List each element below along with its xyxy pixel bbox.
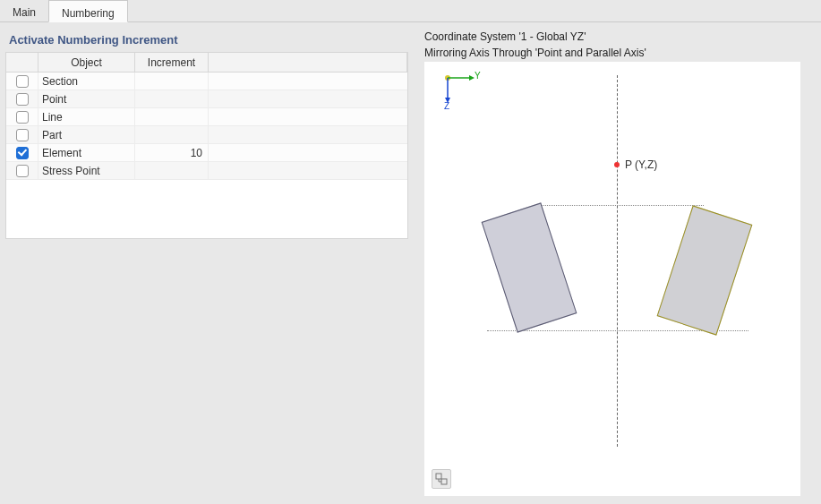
- svg-rect-6: [441, 479, 447, 484]
- header-increment: Increment: [135, 53, 209, 72]
- row-object-label: Line: [38, 108, 135, 125]
- tab-numbering[interactable]: Numbering: [48, 0, 128, 22]
- row-spacer: [209, 73, 407, 90]
- tab-bar: Main Numbering: [0, 0, 821, 22]
- row-increment-value[interactable]: [135, 108, 209, 125]
- table-row: Part: [6, 126, 407, 144]
- row-object-label: Element: [38, 144, 135, 161]
- row-spacer: [209, 162, 407, 179]
- view-settings-icon[interactable]: [432, 469, 451, 489]
- row-increment-value[interactable]: [135, 90, 209, 107]
- numbering-panel: Activate Numbering Increment Object Incr…: [0, 22, 415, 504]
- row-spacer: [209, 126, 407, 143]
- header-checkbox-col: [6, 53, 38, 72]
- row-checkbox[interactable]: [16, 147, 29, 159]
- row-object-label: Stress Point: [38, 162, 135, 179]
- header-spacer: [209, 53, 407, 72]
- row-object-label: Section: [38, 73, 135, 90]
- row-increment-value[interactable]: 10: [135, 144, 209, 161]
- mirror-point: P (Y,Z): [614, 158, 657, 171]
- row-spacer: [209, 144, 407, 161]
- panel-title: Activate Numbering Increment: [5, 26, 410, 52]
- row-checkbox[interactable]: [16, 129, 29, 141]
- row-spacer: [209, 90, 407, 107]
- row-object-label: Part: [38, 126, 135, 143]
- mirror-axis-line: [617, 75, 618, 447]
- origin-axes-icon: Y Z: [442, 71, 478, 107]
- row-checkbox[interactable]: [16, 93, 29, 106]
- original-shape: [482, 203, 577, 333]
- table-header: Object Increment: [6, 53, 407, 73]
- preview-panel: Coordinate System '1 - Global YZ' Mirror…: [415, 22, 821, 504]
- table-row: Section: [6, 73, 407, 90]
- table-row: Stress Point: [6, 162, 407, 180]
- mirror-axis-label: Mirroring Axis Through 'Point and Parall…: [424, 46, 812, 60]
- row-spacer: [209, 108, 407, 125]
- row-checkbox[interactable]: [16, 111, 29, 124]
- row-checkbox[interactable]: [16, 165, 29, 177]
- numbering-table: Object Increment SectionPointLinePartEle…: [5, 52, 408, 239]
- row-increment-value[interactable]: [135, 73, 209, 90]
- coord-system-label: Coordinate System '1 - Global YZ': [424, 30, 812, 44]
- tab-main[interactable]: Main: [0, 0, 49, 21]
- header-object: Object: [38, 53, 135, 72]
- axis-z-label: Z: [444, 101, 449, 111]
- table-row: Line: [6, 108, 407, 126]
- row-checkbox[interactable]: [16, 75, 29, 88]
- diagram-canvas: Y Z P (Y,Z): [424, 62, 800, 496]
- guide-top: [535, 205, 704, 206]
- point-marker-icon: [614, 162, 620, 167]
- table-row: Point: [6, 90, 407, 108]
- row-increment-value[interactable]: [135, 162, 209, 179]
- row-object-label: Point: [38, 90, 135, 107]
- row-increment-value[interactable]: [135, 126, 209, 143]
- svg-rect-5: [436, 474, 441, 479]
- mirrored-shape: [657, 206, 753, 336]
- table-row: Element10: [6, 144, 407, 162]
- point-label: P (Y,Z): [625, 158, 657, 171]
- axis-y-label: Y: [475, 71, 481, 81]
